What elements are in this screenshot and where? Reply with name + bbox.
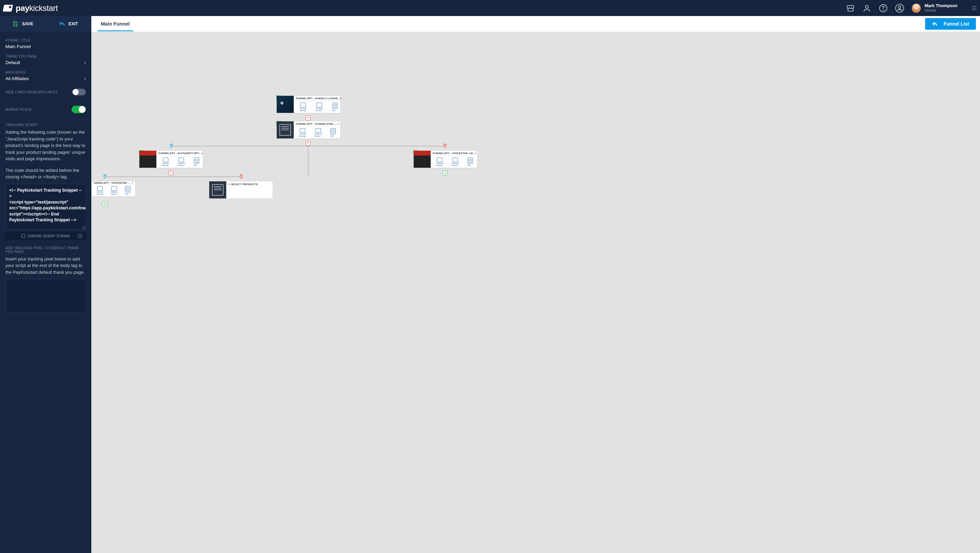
tracking-code-input[interactable]: <!-- Paykickstart Tracking Snippet --><s…	[5, 184, 86, 230]
svg-point-0	[865, 5, 869, 8]
card-title: FUNNELSPY - FUNNELSTAK -...	[296, 123, 338, 126]
brand-post: kickstart	[29, 3, 58, 13]
ignore-query-label: IGNORE QUERY STRING	[28, 234, 70, 238]
funnel-canvas[interactable]: ✓ ✥ FUNNELSPY - AGENCY LICENS... ▾ Overr…	[91, 32, 980, 553]
sidebar-body: FUNNEL TITLE Main Funnel THANK YOU PAGE …	[0, 32, 91, 553]
exit-button[interactable]: EXIT	[46, 21, 91, 27]
checkout-options-button[interactable]: CheckoutOptions	[452, 158, 459, 166]
card-menu-caret[interactable]: ▾	[340, 97, 341, 100]
edge	[172, 146, 445, 146]
brand-pre: pay	[16, 3, 29, 13]
tracking-label: TRACKING SCRIPT	[5, 123, 86, 127]
delete-node-button[interactable]: ×	[305, 116, 310, 120]
funnel-card-voicestak-cut[interactable]: UNNELSPY - VOICESTAK LIF... ▾ OverrideSe…	[91, 181, 135, 197]
override-settings-button[interactable]: OverrideSettings	[299, 103, 307, 112]
profile-icon[interactable]	[862, 4, 871, 13]
thank-you-select[interactable]: Default ▴▾	[5, 60, 86, 65]
funnel-card-funnelstak[interactable]: ✓ FUNNELSPY - FUNNELSTAK -... ▾ Override…	[276, 121, 340, 139]
override-settings-button[interactable]: OverrideSettings	[162, 158, 169, 166]
help-icon[interactable]: ?	[78, 234, 83, 238]
override-settings-button[interactable]: OverrideSettings	[299, 128, 306, 137]
brand-icon	[3, 5, 13, 11]
save-button[interactable]: SAVE	[0, 21, 46, 27]
canvas-title[interactable]: Main Funnel	[101, 17, 130, 31]
card-thumb: ✥	[277, 96, 294, 113]
funnel-url-button[interactable]: FunnelURL	[330, 128, 336, 137]
affiliates-label: AFFILIATES	[5, 70, 86, 74]
funnel-url-button[interactable]: FunnelURL	[468, 158, 473, 166]
funnel-title-label: FUNNEL TITLE	[5, 38, 86, 42]
svg-point-6	[105, 175, 106, 176]
marketplace-icon[interactable]	[846, 4, 855, 13]
funnel-card-voicestak[interactable]: ✓ FUNNELSPY - VOICESTAK LIF... ▾ Overrid…	[413, 150, 477, 168]
checkout-options-button[interactable]: CheckoutOptions	[110, 186, 118, 195]
menu-icon[interactable]	[972, 6, 977, 10]
hide-links-label: HIDE LINKS FROM AFFILIATES	[5, 90, 57, 94]
tracking-desc2: The code should be added before the clos…	[5, 167, 86, 180]
canvas-wrap: Main Funnel Funnel List	[91, 16, 980, 553]
svg-point-3	[899, 6, 901, 8]
funnel-card-agency[interactable]: ✓ ✥ FUNNELSPY - AGENCY LICENS... ▾ Overr…	[276, 96, 340, 113]
funnel-card-authority[interactable]: ✓ FUNNELSPY - AUTHORITYSPY... ▾ Override…	[139, 150, 203, 168]
user-block[interactable]: Mark Thompson Vendor	[912, 3, 958, 13]
select-products-card[interactable]: +SELECT PRODUCTS	[209, 181, 273, 199]
funnel-url-button[interactable]: FunnelURL	[332, 103, 338, 112]
pin-accept-icon	[169, 143, 174, 148]
placeholder-text: SELECT PRODUCTS	[231, 183, 258, 186]
hide-links-toggle[interactable]	[72, 89, 86, 96]
exit-label: EXIT	[68, 21, 78, 26]
svg-point-5	[171, 145, 172, 146]
delete-node-button[interactable]: ×	[305, 141, 310, 146]
checkout-options-button[interactable]: CheckoutOptions	[314, 128, 322, 137]
account-switch-icon[interactable]	[895, 4, 904, 13]
delete-node-button[interactable]: ×	[169, 171, 173, 175]
affiliates-select[interactable]: All Affiliates ▴▾	[5, 76, 86, 81]
side-actions: SAVE EXIT	[0, 16, 91, 32]
override-settings-button[interactable]: OverrideSettings	[96, 186, 103, 195]
user-role: Vendor	[924, 8, 958, 12]
select-arrows-icon: ▴▾	[84, 61, 86, 65]
card-thumb	[277, 121, 294, 139]
ignore-query-checkbox[interactable]	[21, 234, 25, 237]
funnel-url-button[interactable]: FunnelURL	[125, 186, 130, 195]
funnel-title-input[interactable]: Main Funnel	[5, 44, 86, 49]
user-name: Mark Thompson	[924, 4, 958, 8]
add-node-button[interactable]: +	[442, 171, 447, 175]
avatar	[912, 3, 921, 13]
help-icon[interactable]	[879, 4, 888, 13]
card-title: FUNNELSPY - VOICESTAK LIF...	[433, 152, 475, 155]
canvas-header: Main Funnel Funnel List	[91, 16, 980, 32]
add-node-button[interactable]: +	[103, 201, 107, 206]
move-cursor-icon: ✥	[280, 100, 284, 106]
card-menu-caret[interactable]: ▾	[338, 123, 339, 126]
pixel-input[interactable]	[5, 279, 86, 313]
card-title: FUNNELSPY - AUTHORITYSPY...	[158, 152, 201, 155]
top-bar: paykickstart Mark Thompson Vendor	[0, 0, 980, 16]
card-menu-caret[interactable]: ▾	[132, 182, 133, 185]
save-label: SAVE	[22, 21, 33, 26]
tracking-desc1: Adding the following code (known as the …	[5, 129, 86, 162]
card-title: FUNNELSPY - AGENCY LICENS...	[296, 97, 340, 100]
edge	[308, 146, 309, 177]
thank-you-label: THANK YOU PAGE	[5, 54, 86, 58]
pin-decline-icon	[442, 143, 447, 148]
card-menu-caret[interactable]: ▾	[475, 152, 476, 155]
pin-decline-icon	[239, 174, 243, 179]
sidebar: SAVE EXIT FUNNEL TITLE Main Funnel THANK…	[0, 16, 91, 553]
checkout-options-button[interactable]: CheckoutOptions	[178, 158, 185, 166]
ignore-query-row[interactable]: IGNORE QUERY STRING ?	[5, 232, 86, 240]
marketplace-toggle[interactable]	[72, 106, 86, 113]
svg-point-2	[883, 10, 884, 10]
card-title: UNNELSPY - VOICESTAK LIF...	[94, 182, 132, 185]
card-thumb	[209, 182, 226, 198]
select-arrows-icon: ▴▾	[84, 77, 86, 81]
checkout-options-button[interactable]: CheckoutOptions	[315, 103, 323, 112]
funnel-list-label: Funnel List	[943, 21, 969, 27]
funnel-url-button[interactable]: FunnelURL	[194, 158, 199, 166]
card-menu-caret[interactable]: ▾	[201, 152, 203, 155]
override-settings-button[interactable]: OverrideSettings	[436, 158, 443, 166]
marketplace-label: MARKETPLACE	[5, 108, 32, 112]
edge	[105, 177, 243, 177]
funnel-list-button[interactable]: Funnel List	[925, 18, 976, 30]
brand-logo[interactable]: paykickstart	[3, 3, 57, 13]
